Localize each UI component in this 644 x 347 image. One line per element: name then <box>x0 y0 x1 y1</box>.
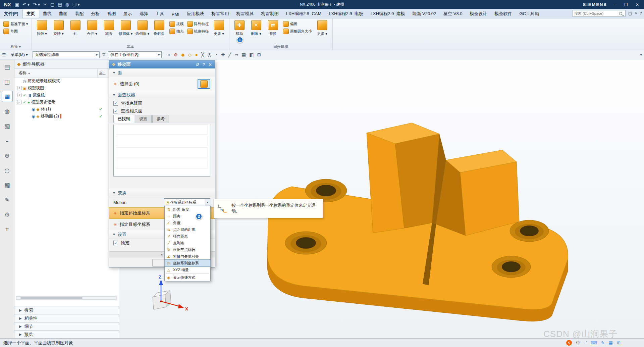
search-input[interactable] <box>574 11 619 15</box>
ime-keyboard-icon[interactable]: ⌨ <box>591 340 597 345</box>
ime-punctuation-icon[interactable]: ·’ <box>584 340 587 345</box>
expand-toggle-icon[interactable]: + <box>17 86 21 90</box>
hd3d-tools-icon[interactable]: ◒ <box>2 135 13 146</box>
dialog-close-button[interactable]: ✕ <box>208 62 212 67</box>
reuse-library-icon[interactable]: ◍ <box>2 106 13 117</box>
face-snap-icon[interactable]: ◧ <box>249 52 254 57</box>
ime-grid-icon[interactable]: ⊞ <box>617 340 621 345</box>
section-transform[interactable]: ▼变换 <box>109 189 215 197</box>
expand-toggle-icon[interactable]: − <box>17 100 21 104</box>
tab-LXH编程2.9_电极[interactable]: LXH编程2.9_电极 <box>325 9 367 18</box>
help-icon[interactable]: ? <box>640 11 642 16</box>
tree-row[interactable]: +✓◨摄像机 <box>14 92 119 99</box>
menu-item-显示快捷方式[interactable]: ◉显示快捷方式 <box>165 274 210 281</box>
ribbon-button-阵列特征[interactable]: 阵列特征 <box>186 21 210 27</box>
face-select-button[interactable] <box>198 79 210 89</box>
save-icon[interactable]: ▣ <box>15 2 19 7</box>
command-finder-icon[interactable]: ◍ <box>65 2 69 7</box>
system-icon[interactable]: ⚙ <box>2 209 13 220</box>
ime-handwrite-icon[interactable]: ✎ <box>601 340 605 345</box>
menu-item-将轴与矢量对齐[interactable]: ∡将轴与矢量对齐 <box>165 253 210 260</box>
toolbar-overflow-icon[interactable]: ▾ <box>640 53 642 57</box>
ribbon-button-移动[interactable]: ✚移动1 <box>231 19 248 36</box>
visibility-icon[interactable]: ◉ <box>32 107 35 112</box>
tab-梅雷模具[interactable]: 梅雷模具 <box>233 9 258 18</box>
ribbon-button-拉伸[interactable]: 拉伸 ▾ <box>34 19 50 36</box>
section-face[interactable]: ▼面 <box>109 68 215 77</box>
menu-item-点到点[interactable]: ╱点到点 <box>165 240 210 246</box>
ribbon-button-修剪体[interactable]: 修剪体 ▾ <box>118 19 134 36</box>
existing-point-icon[interactable]: ✚ <box>221 52 225 57</box>
ribbon-button-替换[interactable]: ⇄替换 <box>265 19 281 36</box>
ime-chinese-icon[interactable]: 中 <box>576 340 580 346</box>
tab-选择[interactable]: 选择 <box>136 9 152 18</box>
undo-icon[interactable]: ↶ ▾ <box>22 2 30 7</box>
ribbon-button-删除[interactable]: ✕删除 ▾ <box>248 19 264 36</box>
menu-item-XYZ 增量[interactable]: △XYZ 增量 <box>165 266 210 273</box>
no-snap-icon[interactable]: ⊘ <box>174 52 178 57</box>
arc-center-icon[interactable]: ◎ <box>207 52 211 57</box>
copy-icon[interactable]: ▢ <box>50 2 54 7</box>
paste-icon[interactable]: ▤ <box>58 2 62 7</box>
tab-曲面[interactable]: 曲面 <box>55 9 71 18</box>
tree-row[interactable]: ◷历史记录建模模式 <box>14 78 119 85</box>
tab-装配[interactable]: 装配 <box>71 9 88 18</box>
ribbon-button-抽壳[interactable]: 抽壳 <box>168 28 185 35</box>
tab-星空 V8.0[interactable]: 星空 V8.0 <box>440 9 466 18</box>
tab-主页[interactable]: 主页 <box>22 9 39 18</box>
control-point-icon[interactable]: ● <box>195 52 198 57</box>
cut-icon[interactable]: ✂ <box>43 2 47 7</box>
web-browser-icon[interactable]: ⊕ <box>2 150 13 161</box>
scrollbar-thumb[interactable] <box>20 297 83 299</box>
point-on-curve-icon[interactable]: ╱ <box>228 52 231 57</box>
tree-row[interactable]: ◉◈移动面 (2)▍✓ <box>14 113 119 120</box>
snap-enable-icon[interactable]: ⊞ <box>257 52 261 57</box>
menu-item-距离-角度[interactable]: ⇅距离-角度 <box>165 206 210 213</box>
mid-point-icon[interactable]: ◇ <box>188 52 192 57</box>
assembly-navigator-icon[interactable]: ▤ <box>2 61 13 72</box>
filter-icon[interactable]: ▽ <box>102 52 105 57</box>
close-button[interactable]: ✕ <box>632 2 643 7</box>
point-on-surface-icon[interactable]: ▱ <box>234 52 238 57</box>
menu-item-距离[interactable]: ↔距离 <box>165 213 210 219</box>
menu-button[interactable]: 菜单(M) ▾ <box>9 51 30 58</box>
navigator-section-预览[interactable]: ▶预览 <box>14 330 119 338</box>
bounded-grid-icon[interactable]: ▦ <box>241 52 246 57</box>
navigator-section-相关性[interactable]: ▶相关性 <box>14 314 119 322</box>
selection-scope-combo[interactable]: 仅在工作部件内 ▾ <box>108 51 162 58</box>
expand-toggle-icon[interactable]: + <box>17 93 21 97</box>
tab-能新 V20.02[interactable]: 能新 V20.02 <box>409 9 440 18</box>
navigator-section-细节[interactable]: ▶细节 <box>14 322 119 330</box>
tab-模圣设计[interactable]: 模圣设计 <box>466 9 491 18</box>
end-point-icon[interactable]: ◆ <box>181 52 185 57</box>
section-face-finder[interactable]: ▼面查找器 <box>109 91 215 99</box>
tab-file[interactable]: 文件(F) <box>0 9 22 18</box>
tab-LXH编程2.9_CAM[interactable]: LXH编程2.9_CAM <box>282 9 325 18</box>
ribbon-button-旋转[interactable]: 旋转 ▾ <box>51 19 67 36</box>
dialog-titlebar[interactable]: ❖ 移动面 ↺ ? ✕ <box>109 60 215 68</box>
ribbon-button-草图[interactable]: 草图 <box>2 28 30 35</box>
intersection-icon[interactable]: ╳ <box>201 52 204 57</box>
tab-GC工具箱[interactable]: GC工具箱 <box>516 9 543 18</box>
finder-tab-参考[interactable]: 参考 <box>152 115 169 123</box>
menu-item-点之间的距离[interactable]: ⇆点之间的距离 <box>165 226 210 233</box>
constraint-navigator-icon[interactable]: ◫ <box>2 76 13 87</box>
process-studio-icon[interactable]: ▩ <box>2 180 13 191</box>
menu-item-径向距离[interactable]: ↗径向距离 <box>165 233 210 240</box>
part-navigator-icon[interactable]: ▦ <box>2 91 13 102</box>
ribbon-button-拔模[interactable]: 拔模 <box>168 21 185 27</box>
tab-视图[interactable]: 视图 <box>104 9 120 18</box>
tab-LXH编程2.9_建模[interactable]: LXH编程2.9_建模 <box>367 9 409 18</box>
minimize-button[interactable]: ─ <box>609 2 620 7</box>
tab-应用模块[interactable]: 应用模块 <box>183 9 208 18</box>
dialog-help-button[interactable]: ? <box>203 62 205 67</box>
tab-显示[interactable]: 显示 <box>120 9 136 18</box>
view-manager-icon[interactable]: ▧ <box>2 120 13 132</box>
tab-梅雷制图[interactable]: 梅雷制图 <box>258 9 282 18</box>
menu-item-坐标系到坐标系[interactable]: ◳坐标系到坐标系 <box>165 260 210 266</box>
ribbon-button-更多[interactable]: 更多 ▾ <box>314 19 330 36</box>
maximize-button[interactable]: ❐ <box>621 2 631 7</box>
navigator-section-搜索[interactable]: ▶搜索 <box>14 306 119 314</box>
fullscreen-icon[interactable]: ▢ <box>628 11 632 16</box>
tree-row[interactable]: +▣模型视图 <box>14 85 119 92</box>
